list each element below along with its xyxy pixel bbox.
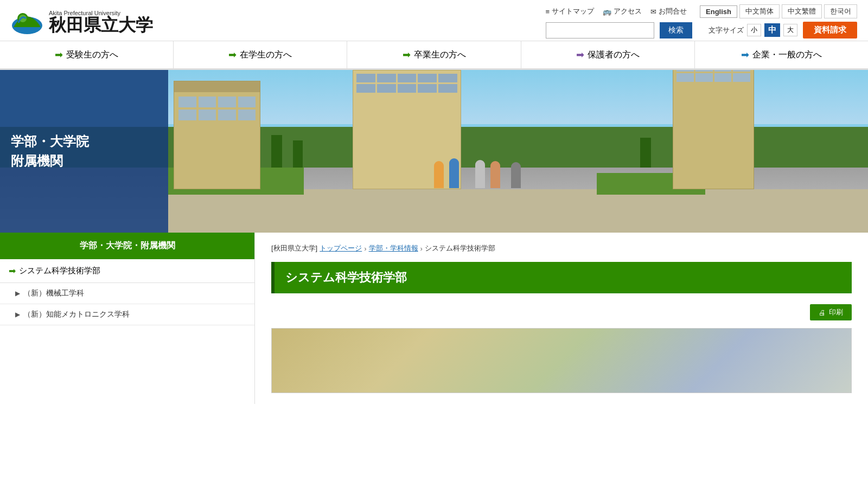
sky	[168, 70, 868, 124]
breadcrumb-current: システム科学技術学部	[425, 243, 495, 253]
building-3	[673, 70, 754, 189]
hero-title: 学部・大学院 附属機関	[11, 132, 89, 171]
sitemap-link[interactable]: ≡ サイトマップ	[545, 7, 594, 16]
content-area: 学部・大学院・附属機関 ➡ システム科学技術学部 ▶ （新）機械工学科 ▶ （新…	[0, 233, 868, 404]
print-icon: 🖨	[819, 309, 826, 317]
nav-item-sotsugyosei[interactable]: ➡ 卒業生の方へ	[347, 41, 521, 68]
page-title: システム科学技術学部	[285, 271, 407, 284]
ground	[168, 189, 868, 233]
tree-2	[293, 140, 303, 168]
main-content: [秋田県立大学] トップページ › 学部・学科情報 › システム科学技術学部 シ…	[255, 233, 868, 404]
nav-item-zaigakusei[interactable]: ➡ 在学生の方へ	[174, 41, 347, 68]
page-title-bar: システム科学技術学部	[271, 262, 852, 293]
nav-arrow-blue-icon: ➡	[741, 49, 749, 61]
sidebar-arrow-icon: ➡	[9, 266, 16, 276]
map-icon: ≡	[545, 8, 550, 16]
nav-arrow-icon: ➡	[55, 49, 63, 61]
nav-arrow-icon: ➡	[228, 49, 237, 61]
building-1	[174, 81, 260, 189]
tree-3	[640, 138, 651, 168]
font-size-label: 文字サイズ	[709, 25, 744, 35]
language-buttons: English 中文简体 中文繁體 한국어	[700, 4, 857, 18]
university-logo-icon	[11, 7, 43, 36]
content-image	[271, 328, 852, 393]
lang-zh-simple-button[interactable]: 中文简体	[739, 4, 780, 18]
font-size-large-button[interactable]: 大	[783, 24, 797, 36]
header: Akita Prefectural University 秋田県立大学 ≡ サイ…	[0, 0, 868, 41]
sidebar-sub-item-chino[interactable]: ▶ （新）知能メカトロニクス学科	[0, 304, 254, 325]
car-icon: 🚌	[603, 8, 611, 16]
lang-zh-trad-button[interactable]: 中文繁體	[782, 4, 822, 18]
nav-item-kigyo[interactable]: ➡ 企業・一般の方へ	[695, 41, 868, 68]
sidebar-sub-arrow-icon: ▶	[15, 311, 20, 318]
breadcrumb-sep-2: ›	[420, 245, 423, 253]
search-button[interactable]: 検索	[660, 22, 692, 38]
header-search-row: 検索 文字サイズ 小 中 大 資料請求	[546, 22, 857, 38]
hero-banner: 学部・大学院 附属機関	[0, 70, 868, 233]
main-navigation: ➡ 受験生の方へ ➡ 在学生の方へ ➡ 卒業生の方へ ➡ 保護者の方へ ➡ 企業…	[0, 41, 868, 70]
logo-ja: 秋田県立大学	[49, 16, 153, 34]
search-input[interactable]	[546, 22, 654, 38]
nav-item-jukensei[interactable]: ➡ 受験生の方へ	[0, 41, 174, 68]
header-right: ≡ サイトマップ 🚌 アクセス ✉ お問合せ English 中文简体 中文繁體…	[545, 4, 857, 38]
contact-link[interactable]: ✉ お問合せ	[650, 7, 687, 16]
lang-english-button[interactable]: English	[700, 5, 737, 18]
logo-text: Akita Prefectural University 秋田県立大学	[49, 10, 153, 34]
font-size-area: 文字サイズ 小 中 大	[709, 23, 797, 37]
print-button[interactable]: 🖨 印刷	[810, 304, 852, 320]
font-size-medium-button[interactable]: 中	[764, 23, 780, 37]
nav-arrow-icon: ➡	[403, 49, 411, 61]
logo-area[interactable]: Akita Prefectural University 秋田県立大学	[11, 7, 153, 36]
mail-icon: ✉	[650, 8, 656, 16]
print-btn-area: 🖨 印刷	[271, 304, 852, 320]
lang-korean-button[interactable]: 한국어	[824, 4, 857, 18]
breadcrumb-prefix: [秋田県立大学]	[271, 243, 317, 253]
shiryo-button[interactable]: 資料請求	[803, 22, 857, 38]
breadcrumb: [秋田県立大学] トップページ › 学部・学科情報 › システム科学技術学部	[271, 243, 852, 253]
people-silhouettes	[434, 158, 521, 188]
sidebar: 学部・大学院・附属機関 ➡ システム科学技術学部 ▶ （新）機械工学科 ▶ （新…	[0, 233, 255, 404]
nav-arrow-purple-icon: ➡	[576, 49, 584, 61]
sidebar-sub-arrow-icon: ▶	[15, 290, 20, 297]
breadcrumb-home[interactable]: トップページ	[320, 243, 362, 253]
breadcrumb-level2[interactable]: 学部・学科情報	[369, 243, 418, 253]
sidebar-item-gakubu[interactable]: ➡ システム科学技術学部	[0, 259, 254, 283]
header-nav-links: ≡ サイトマップ 🚌 アクセス ✉ お問合せ	[545, 7, 687, 16]
nav-item-hogosya[interactable]: ➡ 保護者の方へ	[521, 41, 695, 68]
access-link[interactable]: 🚌 アクセス	[603, 7, 642, 16]
breadcrumb-sep-1: ›	[364, 245, 366, 253]
sidebar-header: 学部・大学院・附属機関	[0, 233, 254, 259]
sidebar-sub-item-kikai[interactable]: ▶ （新）機械工学科	[0, 283, 254, 304]
font-size-small-button[interactable]: 小	[747, 24, 761, 36]
hero-overlay: 学部・大学院 附属機関	[0, 70, 168, 233]
tree-1	[271, 135, 282, 168]
